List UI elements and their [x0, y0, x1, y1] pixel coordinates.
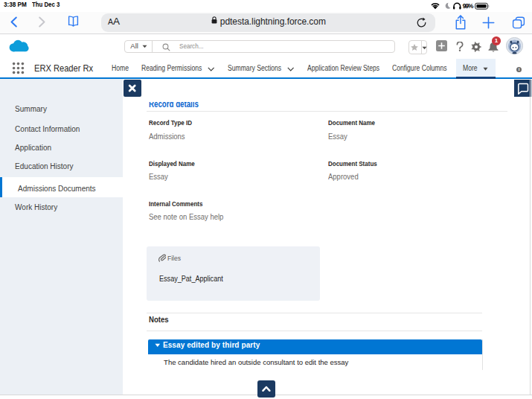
svg-text:99%: 99% [463, 2, 474, 10]
